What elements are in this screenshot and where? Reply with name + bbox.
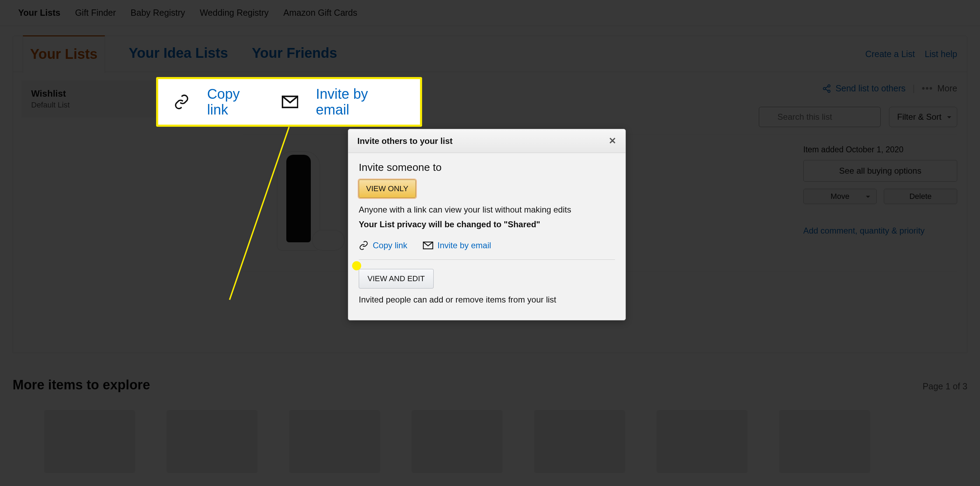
more-items-section: More items to explore Page 1 of 3 xyxy=(0,353,980,473)
link-icon xyxy=(359,241,369,250)
item-image[interactable] xyxy=(243,145,355,257)
view-and-edit-desc: Invited people can add or remove items f… xyxy=(359,295,615,304)
delete-button[interactable]: Delete xyxy=(884,189,957,204)
more-items-title: More items to explore xyxy=(13,378,150,392)
view-and-edit-button[interactable]: VIEW AND EDIT xyxy=(359,269,434,288)
subnav-baby-registry[interactable]: Baby Registry xyxy=(130,8,185,18)
divider: | xyxy=(912,83,915,94)
callout-invite-email[interactable]: Invite by email xyxy=(316,86,405,118)
explore-thumb[interactable] xyxy=(167,410,258,473)
view-only-desc: Anyone with a link can view your list wi… xyxy=(359,205,615,215)
svg-line-3 xyxy=(825,86,828,88)
see-buying-options-button[interactable]: See all buying options xyxy=(803,160,957,182)
item-added-date: Item added October 1, 2020 xyxy=(803,145,957,155)
explore-thumb[interactable] xyxy=(534,410,625,473)
subnav: Your Lists Gift Finder Baby Registry Wed… xyxy=(0,0,980,26)
svg-point-0 xyxy=(828,85,830,87)
modal-invite-email[interactable]: Invite by email xyxy=(423,241,491,250)
subnav-your-lists[interactable]: Your Lists xyxy=(18,8,60,18)
link-list-help[interactable]: List help xyxy=(925,49,957,59)
add-comment-link[interactable]: Add comment, quantity & priority xyxy=(803,226,957,236)
callout-copy-link[interactable]: Copy link xyxy=(207,86,264,118)
link-create-list[interactable]: Create a List xyxy=(865,49,915,59)
tab-your-lists[interactable]: Your Lists xyxy=(23,35,105,73)
send-list-button[interactable]: Send list to others xyxy=(822,83,905,94)
filter-sort-button[interactable]: Filter & Sort xyxy=(889,107,957,127)
modal-heading: Invite someone to xyxy=(359,161,615,173)
svg-point-2 xyxy=(828,90,830,92)
view-only-button[interactable]: VIEW ONLY xyxy=(359,180,416,198)
modal-copy-link[interactable]: Copy link xyxy=(359,241,407,250)
svg-point-1 xyxy=(823,87,826,90)
explore-thumb[interactable] xyxy=(289,410,380,473)
more-items-page: Page 1 of 3 xyxy=(923,381,967,392)
mail-icon xyxy=(282,96,299,108)
send-list-label: Send list to others xyxy=(835,83,905,94)
invite-modal: Invite others to your list ✕ Invite some… xyxy=(348,129,626,320)
subnav-gift-finder[interactable]: Gift Finder xyxy=(75,8,116,18)
tab-idea-lists[interactable]: Your Idea Lists xyxy=(129,35,228,73)
subnav-gift-cards[interactable]: Amazon Gift Cards xyxy=(283,8,357,18)
explore-thumb[interactable] xyxy=(779,410,870,473)
modal-copy-link-label: Copy link xyxy=(373,241,407,250)
search-input[interactable] xyxy=(759,107,881,127)
link-icon xyxy=(173,94,190,110)
more-dots-icon: ••• xyxy=(922,83,933,94)
subnav-wedding-registry[interactable]: Wedding Registry xyxy=(200,8,269,18)
explore-thumb[interactable] xyxy=(44,410,135,473)
modal-close-button[interactable]: ✕ xyxy=(609,135,616,147)
callout-pointer-dot xyxy=(352,261,361,270)
privacy-note: Your List privacy will be changed to "Sh… xyxy=(359,220,615,229)
move-button[interactable]: Move xyxy=(803,189,877,204)
explore-thumb[interactable] xyxy=(657,410,748,473)
share-icon xyxy=(822,84,831,93)
mail-icon xyxy=(423,242,433,249)
svg-line-4 xyxy=(825,89,828,90)
modal-title: Invite others to your list xyxy=(357,136,453,146)
modal-invite-email-label: Invite by email xyxy=(438,241,491,250)
more-button[interactable]: ••• More xyxy=(922,83,957,94)
callout-highlight: Copy link Invite by email xyxy=(156,77,422,127)
tabs-row: Your Lists Your Idea Lists Your Friends … xyxy=(13,36,967,72)
product-thumbnail xyxy=(278,152,320,250)
tab-friends[interactable]: Your Friends xyxy=(251,35,337,73)
more-label: More xyxy=(937,83,957,94)
explore-thumb[interactable] xyxy=(412,410,503,473)
